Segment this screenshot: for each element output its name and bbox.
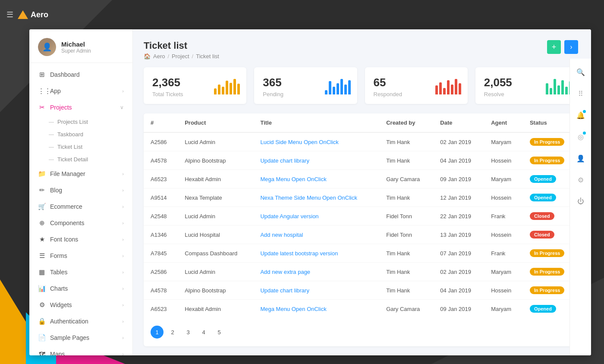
cell-product: Lucid Hospital <box>178 226 253 244</box>
sidebar-item-projects[interactable]: ✂ Projects ∨ <box>29 99 132 116</box>
ticket-link[interactable]: Add new hospital <box>260 232 303 238</box>
chevron-right-icon: › <box>122 270 124 275</box>
status-badge: Opened <box>530 194 556 201</box>
ticket-table: # Product Title Created by Date Agent St… <box>144 113 578 318</box>
sidebar-item-sample-pages[interactable]: 📄 Sample Pages › <box>29 329 132 346</box>
sidebar-item-widgets[interactable]: ⚙ Widgets › <box>29 297 132 313</box>
sidebar-item-app[interactable]: ⋮⋮ App › <box>29 83 132 99</box>
sidebar-item-label: Components <box>50 220 118 226</box>
ticket-link[interactable]: Update chart library <box>260 287 309 294</box>
mini-bar <box>237 84 240 94</box>
cell-title: Add new extra page <box>253 263 379 281</box>
power-icon[interactable]: ⏻ <box>574 195 588 208</box>
cell-title: Update chart library <box>253 281 379 300</box>
grid-icon[interactable]: ⠿ <box>574 87 588 100</box>
circle-dot-icon[interactable]: ◎ <box>574 130 588 144</box>
col-header-agent: Agent <box>484 113 523 132</box>
stat-chart <box>435 77 461 94</box>
page-title: Ticket list <box>144 40 219 51</box>
table-body: A2586 Lucid Admin Lucid Side Menu Open O… <box>144 132 578 318</box>
breadcrumb-aero[interactable]: Aero <box>153 53 165 60</box>
ticket-link[interactable]: Nexa Theme Side Menu Open OnClick <box>260 195 357 201</box>
bell-icon[interactable]: 🔔 <box>574 108 588 122</box>
cell-created-by: Tim Hank <box>379 151 433 170</box>
ticket-link[interactable]: Mega Menu Open OnClick <box>260 306 326 312</box>
cell-date: 02 Jan 2019 <box>433 263 484 281</box>
stat-chart <box>214 77 240 94</box>
cell-product: Alpino Bootstrap <box>178 151 253 170</box>
sidebar-item-taskboard[interactable]: — Taskboard <box>29 128 132 141</box>
search-icon[interactable]: 🔍 <box>574 65 588 79</box>
table-row: A6523 Hexabit Admin Mega Menu Open OnCli… <box>144 300 578 318</box>
ticket-link[interactable]: Lucid Side Menu Open OnClick <box>260 139 338 145</box>
page-header: Ticket list 🏠 Aero / Project / Ticket li… <box>144 40 578 60</box>
sidebar-item-font-icons[interactable]: ★ Font Icons › <box>29 231 132 248</box>
mini-bar <box>325 90 327 94</box>
components-icon: ⊕ <box>38 219 46 227</box>
sidebar-item-ticket-list[interactable]: — Ticket List <box>29 141 132 153</box>
mini-bar <box>233 79 236 94</box>
mini-bar <box>344 85 347 94</box>
mini-bar <box>443 88 446 94</box>
hamburger-icon[interactable]: ☰ <box>6 10 13 19</box>
user-icon[interactable]: 👤 <box>574 151 588 165</box>
nav-button[interactable]: › <box>564 40 578 54</box>
mini-bar <box>565 87 568 94</box>
table-row: A4578 Alpino Bootstrap Update chart libr… <box>144 281 578 300</box>
table-row: A9514 Nexa Template Nexa Theme Side Menu… <box>144 188 578 207</box>
cell-id: A2586 <box>144 132 178 151</box>
chevron-right-icon: › <box>122 253 124 258</box>
cell-product: Lucid Admin <box>178 263 253 281</box>
page-btn-4[interactable]: 4 <box>197 326 210 339</box>
sidebar-item-auth[interactable]: 🔒 Authentication › <box>29 313 132 329</box>
cell-title: Mega Menu Open OnClick <box>253 170 379 188</box>
cell-product: Compass Dashboard <box>178 244 253 263</box>
sidebar-item-forms[interactable]: ☰ Forms › <box>29 248 132 264</box>
page-btn-3[interactable]: 3 <box>182 326 195 339</box>
sidebar-item-dashboard[interactable]: ⊞ Dashboard <box>29 66 132 83</box>
chevron-right-icon: › <box>122 171 124 176</box>
page-btn-2[interactable]: 2 <box>166 326 179 339</box>
header-buttons: + › <box>547 40 578 54</box>
mini-bar <box>550 88 552 94</box>
ticket-link[interactable]: Update latest bootstrap version <box>260 250 338 257</box>
mini-bar <box>451 85 453 94</box>
ticket-link[interactable]: Mega Menu Open OnClick <box>260 176 326 182</box>
breadcrumb: 🏠 Aero / Project / Ticket list <box>144 53 219 60</box>
table-row: A2548 Lucid Admin Update Angular version… <box>144 207 578 226</box>
sidebar-item-ticket-detail[interactable]: — Ticket Detail <box>29 153 132 166</box>
cell-title: Update Angular version <box>253 207 379 226</box>
ticket-link[interactable]: Update Angular version <box>260 213 318 220</box>
ticket-link[interactable]: Add new extra page <box>260 269 310 275</box>
ticket-link[interactable]: Update chart library <box>260 157 309 164</box>
page-btn-5[interactable]: 5 <box>213 326 226 339</box>
table-header-row: # Product Title Created by Date Agent St… <box>144 113 578 132</box>
col-header-id: # <box>144 113 178 132</box>
sub-dash-icon: — <box>49 157 54 163</box>
sidebar-item-projects-list[interactable]: — Projects List <box>29 116 132 128</box>
sidebar-item-components[interactable]: ⊕ Components › <box>29 215 132 231</box>
cell-id: A6523 <box>144 170 178 188</box>
cell-date: 22 Jan 2019 <box>433 207 484 226</box>
mini-bar <box>435 85 438 94</box>
sidebar-item-blog[interactable]: ✏ Blog › <box>29 182 132 198</box>
sidebar-item-tables[interactable]: ▦ Tables › <box>29 264 132 280</box>
cell-id: A9514 <box>144 188 178 207</box>
sidebar-item-maps[interactable]: 🗺 Maps › <box>29 346 132 355</box>
user-info: Michael Super Admin <box>61 41 91 54</box>
mini-bar <box>554 79 556 94</box>
sidebar-item-file-manager[interactable]: 📁 File Manager › <box>29 166 132 182</box>
chevron-right-icon: › <box>122 88 124 94</box>
cell-agent: Maryam <box>484 300 523 318</box>
chevron-right-icon: › <box>122 335 124 340</box>
page-btn-1[interactable]: 1 <box>151 326 164 339</box>
sidebar-item-ecommerce[interactable]: 🛒 Ecommerce › <box>29 198 132 215</box>
settings-icon[interactable]: ⚙ <box>574 173 588 187</box>
add-button[interactable]: + <box>547 40 561 54</box>
cell-product: Alpino Bootstrap <box>178 281 253 300</box>
top-bar: ☰ Aero <box>0 0 604 29</box>
mini-bar <box>459 83 461 94</box>
sidebar-item-charts[interactable]: 📊 Charts › <box>29 280 132 297</box>
cell-agent: Maryam <box>484 132 523 151</box>
sidebar-item-label: Maps <box>50 351 118 356</box>
